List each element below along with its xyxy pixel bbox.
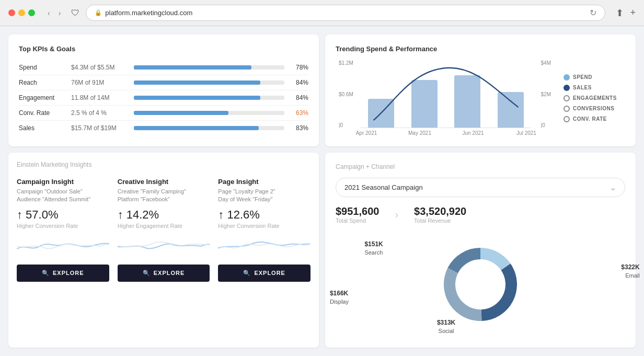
traffic-lights bbox=[8, 9, 35, 16]
explore-label: EXPLORE bbox=[254, 270, 285, 276]
legend-label: CONVERSIONS bbox=[573, 106, 614, 111]
insight-pct: ↑ 14.2% bbox=[118, 208, 210, 222]
back-arrow[interactable]: ‹ bbox=[45, 8, 52, 18]
x-label: May 2021 bbox=[393, 130, 446, 136]
legend-ring bbox=[564, 95, 570, 101]
x-label: Jun 2021 bbox=[446, 130, 500, 136]
campaign-dropdown-value: 2021 Seasonal Campaign bbox=[344, 183, 423, 191]
insight-pct-label: Higher Conversion Rate bbox=[17, 223, 109, 229]
donut-labels: $151KSearch$322KEmail$313KSocial$166KDis… bbox=[336, 232, 625, 337]
close-button[interactable] bbox=[8, 9, 15, 16]
bar-group bbox=[408, 80, 441, 128]
total-spend-amount: $951,600 bbox=[336, 205, 379, 217]
reload-icon[interactable]: ↻ bbox=[590, 8, 596, 18]
kpi-value: $15.7M of $19M bbox=[71, 124, 129, 132]
total-spend-group: $951,600 Total Spend bbox=[336, 205, 379, 224]
kpi-bar bbox=[134, 126, 259, 130]
maximize-button[interactable] bbox=[28, 9, 35, 16]
explore-label: EXPLORE bbox=[154, 270, 185, 276]
donut-segment-label: Search bbox=[364, 249, 383, 256]
campaign-dropdown[interactable]: 2021 Seasonal Campaign ⌄ bbox=[336, 178, 625, 197]
x-label: Jul 2021 bbox=[500, 130, 553, 136]
kpi-label: Spend bbox=[19, 64, 66, 71]
legend-dot-dark bbox=[564, 85, 570, 91]
donut-segment-amount: $313K bbox=[437, 319, 455, 326]
browser-chrome: ‹ › 🛡 🔒 platform.marketingcloud.com ↻ ⬆ … bbox=[0, 0, 644, 26]
legend-item: ENGAGEMENTS bbox=[564, 95, 625, 101]
y-labels-left: $1.2M $0.6M |0 bbox=[339, 60, 353, 128]
share-icon[interactable]: ⬆ bbox=[616, 7, 624, 19]
legend-ring bbox=[564, 116, 570, 122]
insights-panel: Einstein Marketing Insights Campaign Ins… bbox=[8, 153, 319, 348]
insight-pct-label: Higher Engagement Rate bbox=[118, 223, 210, 229]
kpi-value: 2.5 % of 4 % bbox=[71, 109, 129, 117]
url-bar[interactable]: 🔒 platform.marketingcloud.com ↻ bbox=[86, 5, 605, 21]
legend-dot-light bbox=[564, 74, 570, 81]
insights-grid: Campaign Insight Campaign "Outdoor Sale"… bbox=[17, 176, 310, 284]
main-content: Top KPIs & Goals Spend $4.3M of $5.5M 78… bbox=[0, 26, 644, 356]
legend-item: CONVERSIONS bbox=[564, 106, 625, 112]
search-icon: 🔍 bbox=[42, 270, 50, 277]
kpi-bar-container bbox=[134, 126, 284, 130]
kpi-bar-container bbox=[134, 65, 284, 70]
kpi-card-title: Top KPIs & Goals bbox=[19, 45, 308, 53]
legend-label: CONV. RATE bbox=[573, 116, 607, 122]
insight-card: Page Insight Page "Loyalty Page 2"Day of… bbox=[218, 176, 310, 284]
explore-button[interactable]: 🔍 EXPLORE bbox=[218, 265, 310, 282]
total-spend-label: Total Spend bbox=[336, 217, 379, 224]
donut-label: $151KSearch bbox=[364, 240, 383, 256]
y-label-bot: |0 bbox=[339, 122, 353, 128]
bar-group bbox=[451, 75, 484, 128]
insight-card: Creative Insight Creative "Family Campin… bbox=[118, 176, 210, 284]
trend-inner: $1.2M $0.6M |0 $4M $2M |0 Apr 2021May 20… bbox=[336, 60, 625, 136]
lock-icon: 🔒 bbox=[95, 9, 102, 16]
kpi-bar-container bbox=[134, 81, 284, 85]
explore-button[interactable]: 🔍 EXPLORE bbox=[118, 265, 210, 282]
kpi-label: Conv. Rate bbox=[19, 109, 66, 117]
donut-segment-label: Display bbox=[330, 298, 349, 305]
totals-row: $951,600 Total Spend › $3,520,920 Total … bbox=[336, 205, 625, 224]
insight-desc: Page "Loyalty Page 2"Day of Week "Friday… bbox=[218, 188, 310, 204]
url-text: platform.marketingcloud.com bbox=[105, 9, 192, 17]
search-icon: 🔍 bbox=[243, 270, 251, 277]
bar-chart-inner bbox=[361, 60, 531, 128]
kpi-row: Reach 76M of 91M 84% bbox=[19, 75, 308, 90]
kpi-table: Spend $4.3M of $5.5M 78% Reach 76M of 91… bbox=[19, 60, 308, 135]
insight-sparkline bbox=[118, 233, 210, 259]
kpi-percent: 63% bbox=[290, 109, 308, 117]
y-labels-right: $4M $2M |0 bbox=[541, 60, 551, 128]
x-label: Apr 2021 bbox=[340, 130, 393, 136]
kpi-percent: 83% bbox=[290, 124, 308, 132]
new-tab-icon[interactable]: + bbox=[630, 7, 636, 19]
kpi-row: Conv. Rate 2.5 % of 4 % 63% bbox=[19, 106, 308, 121]
insight-type: Creative Insight bbox=[118, 178, 210, 186]
forward-arrow[interactable]: › bbox=[56, 8, 63, 18]
kpi-label: Reach bbox=[19, 79, 66, 86]
bar-group bbox=[365, 99, 398, 128]
campaign-channel-panel: Campaign + Channel 2021 Seasonal Campaig… bbox=[325, 153, 636, 348]
kpi-row: Engagement 11.8M of 14M 84% bbox=[19, 90, 308, 106]
donut-label: $322KEmail bbox=[621, 263, 639, 279]
kpi-bar-container bbox=[134, 96, 284, 100]
y-right-top: $4M bbox=[541, 60, 551, 66]
kpi-label: Engagement bbox=[19, 94, 66, 101]
legend-ring bbox=[564, 106, 570, 112]
browser-actions: ⬆ + bbox=[616, 7, 636, 19]
kpi-bar bbox=[134, 111, 228, 115]
bar-group bbox=[494, 92, 527, 128]
bar bbox=[454, 75, 480, 128]
total-revenue-group: $3,520,920 Total Revenue bbox=[414, 205, 466, 224]
kpi-percent: 84% bbox=[290, 79, 308, 86]
donut-segment-amount: $166K bbox=[330, 290, 348, 297]
kpi-label: Sales bbox=[19, 124, 66, 132]
minimize-button[interactable] bbox=[18, 9, 25, 16]
legend-label: ENGAGEMENTS bbox=[573, 95, 617, 101]
insight-pct: ↑ 57.0% bbox=[17, 208, 109, 222]
donut-segment-label: Social bbox=[439, 328, 454, 334]
explore-button[interactable]: 🔍 EXPLORE bbox=[17, 265, 109, 282]
shield-icon: 🛡 bbox=[71, 8, 79, 18]
insight-pct: ↑ 12.6% bbox=[218, 208, 310, 222]
kpi-value: 11.8M of 14M bbox=[71, 94, 129, 101]
nav-arrows: ‹ › bbox=[45, 8, 63, 18]
y-right-mid: $2M bbox=[541, 91, 551, 97]
